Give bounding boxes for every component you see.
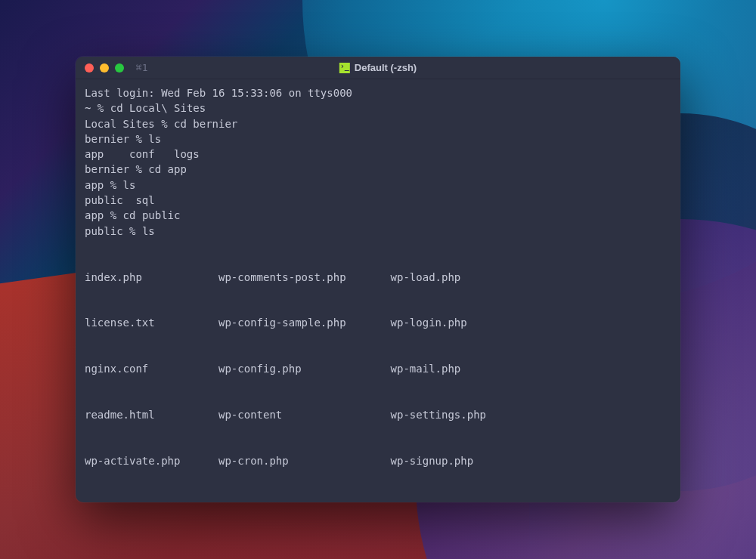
prompt-line: Local Sites % cd bernier (85, 116, 671, 131)
prompt-line: app % ls (85, 178, 671, 193)
titlebar[interactable]: ⌘1 Default (-zsh) (76, 57, 680, 79)
list-item: wp-config-sample.php (218, 315, 391, 330)
list-item: wp-comments-post.php (218, 270, 391, 285)
terminal-content[interactable]: Last login: Wed Feb 16 15:33:06 on ttys0… (76, 79, 680, 502)
terminal-icon (339, 63, 350, 73)
close-button[interactable] (85, 63, 94, 73)
tab-label[interactable]: ⌘1 (136, 62, 148, 73)
ls-output-columns: index.php license.txt nginx.conf readme.… (85, 239, 671, 502)
list-item: index.php (85, 270, 218, 285)
list-item: license.txt (85, 315, 218, 330)
prompt-line: bernier % ls (85, 131, 671, 147)
list-item: wp-signup.php (391, 453, 493, 468)
list-item: wp-content (218, 407, 391, 422)
list-item: wp-trackback.php (391, 499, 493, 502)
list-item: wp-includes (218, 499, 391, 502)
list-item: wp-settings.php (391, 407, 493, 422)
list-item: readme.html (85, 407, 218, 422)
list-item: wp-login.php (391, 315, 493, 330)
list-item: wp-cron.php (218, 453, 391, 468)
prompt-line: bernier % cd app (85, 162, 671, 177)
terminal-window: ⌘1 Default (-zsh) Last login: Wed Feb 16… (76, 57, 680, 502)
ls-output: app conf logs (85, 147, 671, 162)
window-title: Default (-zsh) (339, 62, 417, 73)
minimize-button[interactable] (100, 63, 109, 73)
traffic-lights (85, 63, 124, 73)
maximize-button[interactable] (115, 63, 124, 73)
list-item: wp-activate.php (85, 453, 218, 468)
list-item: wp-admin (85, 499, 218, 502)
list-item: wp-mail.php (391, 361, 493, 376)
list-item: nginx.conf (85, 361, 218, 376)
prompt-line: ~ % cd Local\ Sites (85, 100, 671, 116)
ls-output: public sql (85, 193, 671, 208)
last-login-line: Last login: Wed Feb 16 15:33:06 on ttys0… (85, 85, 671, 100)
prompt-line: app % cd public (85, 208, 671, 223)
list-item: wp-config.php (218, 361, 391, 376)
prompt-line: public % ls (85, 224, 671, 239)
title-text: Default (-zsh) (355, 62, 417, 73)
list-item: wp-load.php (391, 270, 493, 285)
